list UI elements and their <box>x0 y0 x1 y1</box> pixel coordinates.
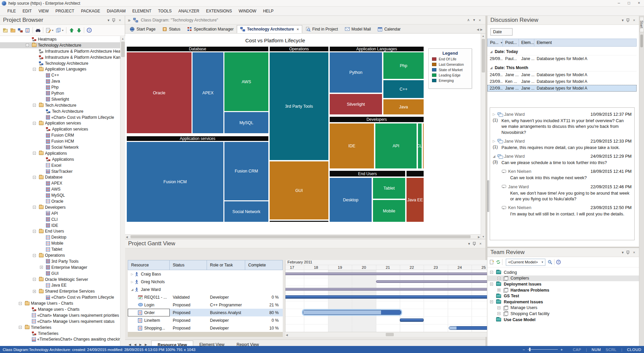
chevrons-icon[interactable]: » <box>128 17 130 23</box>
menu-edit[interactable]: EDIT <box>19 7 35 15</box>
expander-expanded-icon[interactable]: ◢ <box>130 288 135 291</box>
treemap-tile[interactable]: Desktop <box>329 178 372 222</box>
treemap-tile[interactable]: IDE <box>329 123 374 169</box>
expander-expanded-icon[interactable]: ◢ <box>490 50 492 53</box>
search-icon[interactable] <box>547 260 552 264</box>
cell-resource[interactable]: ◢Jane Ward <box>128 286 170 293</box>
discussion-message[interactable]: ▷Jane Ward21/09/2015 12:33 PM(1)Paulene,… <box>493 139 632 150</box>
tree-item[interactable]: Heatmaps <box>0 36 120 42</box>
expander-minus-icon[interactable]: − <box>33 122 39 125</box>
close-icon[interactable]: × <box>631 250 637 254</box>
zoom-in-icon[interactable]: + <box>560 348 563 352</box>
tab-model-mail[interactable]: Model Mail <box>341 25 374 33</box>
refresh-icon[interactable] <box>496 260 501 264</box>
expander-minus-icon[interactable]: − <box>490 300 496 303</box>
expander-plus-icon[interactable]: + <box>40 266 46 269</box>
project-browser-scrollbar[interactable]: ▲ ▼ <box>120 36 125 349</box>
team-tree-item[interactable]: −Coding <box>487 269 639 275</box>
discussion-group-header[interactable]: ◢Date: This Month <box>487 64 637 71</box>
tree-item[interactable]: −Technology Architecture <box>0 42 120 48</box>
tree-item[interactable]: +Shared Enterprise Services <box>0 288 120 294</box>
help-icon[interactable]: ? <box>556 260 561 264</box>
menu-diagram[interactable]: DIAGRAM <box>104 7 129 15</box>
menu-file[interactable]: FILE <box>4 7 19 15</box>
column-header-post[interactable]: Post... <box>503 39 519 47</box>
discussion-message[interactable]: ◢Jane Ward24/09/2015 12:29 PM(3)Can we p… <box>493 154 632 165</box>
tree-item[interactable]: Manage users - Charts <box>0 306 120 312</box>
column-header-po[interactable]: Po...▼ <box>487 39 503 47</box>
gantt-column-resource[interactable]: Resource <box>128 260 170 270</box>
treemap-tile[interactable]: Social Network <box>224 201 269 222</box>
expander-plus-icon[interactable]: + <box>497 306 503 309</box>
expander-collapsed-icon[interactable]: ▷ <box>493 139 497 143</box>
menu-element[interactable]: ELEMENT <box>129 7 155 15</box>
team-tree-item[interactable]: +Compilers <box>487 275 639 282</box>
panel-menu-icon[interactable]: ▾ <box>620 18 626 22</box>
tab-scroll-left-icon[interactable]: ◀ <box>477 28 480 33</box>
expander-minus-icon[interactable]: − <box>19 302 25 305</box>
tree-item[interactable]: Infrastructure & Platform Architecture H… <box>0 48 120 54</box>
treemap-tile[interactable]: MySQL <box>224 112 269 134</box>
treemap-tile[interactable]: C++ <box>383 80 424 98</box>
expander-expanded-icon[interactable]: ◢ <box>493 154 497 158</box>
tree-item[interactable]: APEX <box>0 180 120 186</box>
binoculars-button[interactable] <box>35 27 41 34</box>
expander-plus-icon[interactable]: + <box>497 277 503 280</box>
team-tree-item[interactable]: GS Test <box>487 293 639 299</box>
help-button[interactable]: ? <box>86 27 93 34</box>
tree-item[interactable]: Silverlight <box>0 96 120 102</box>
tree-item[interactable]: Desktop <box>0 234 120 240</box>
tree-item[interactable]: −Tech Architecture <box>0 102 120 108</box>
tree-item[interactable]: Mobile <box>0 240 120 246</box>
gantt-bar-task[interactable] <box>285 295 515 299</box>
treemap-tile[interactable]: 3rd Party Tools <box>269 52 329 160</box>
tree-item[interactable]: 3rd Party Tools <box>0 258 120 264</box>
pin-icon[interactable] <box>472 242 478 246</box>
new-folder-button[interactable] <box>9 27 16 34</box>
toggle-cloud[interactable]: CLOUD <box>627 348 641 352</box>
tree-item[interactable]: Java <box>0 78 120 84</box>
treemap-tile[interactable]: Fusion HCM <box>126 142 224 222</box>
diagram-canvas[interactable]: Cost vs Platform Lifecycle DatabaseOpera… <box>125 34 481 234</box>
tree-item[interactable]: Tech Architecture <box>0 108 120 114</box>
gantt-row[interactable]: LoginProposedC++ Programmer21 % <box>128 301 283 309</box>
discussion-row[interactable]: 23/09...Ken ...Jane ...Database types fo… <box>487 78 637 85</box>
gantt-bar-task[interactable] <box>400 318 424 322</box>
zoom-out-icon[interactable]: − <box>523 348 525 352</box>
new-document-icon[interactable] <box>489 260 494 264</box>
new-package-button[interactable] <box>2 27 9 34</box>
treemap-tile[interactable]: Php <box>383 52 424 79</box>
tree-item[interactable]: Application services <box>0 126 120 132</box>
panel-menu-icon[interactable]: ▾ <box>471 18 477 22</box>
pin-icon[interactable] <box>626 250 631 255</box>
chevron-down-icon[interactable]: ▾ <box>62 29 65 32</box>
discussion-message[interactable]: Jane Ward22/09/2015 12:46 PMKen, we don'… <box>501 184 632 202</box>
tree-item[interactable]: −Application Languages <box>0 66 120 72</box>
gantt-column-complete[interactable]: Complete <box>245 260 283 270</box>
tab-scroll-right-icon[interactable]: ▶ <box>480 28 485 33</box>
toggle-scrl[interactable]: SCRL <box>606 348 617 352</box>
scroll-up-icon[interactable]: ▲ <box>120 36 125 40</box>
tree-item[interactable]: GUI <box>0 270 120 276</box>
tree-item[interactable]: −Database <box>0 174 120 180</box>
tree-item[interactable]: Oracle <box>0 198 120 204</box>
expander-plus-icon[interactable]: + <box>497 312 503 315</box>
scroll-left-icon[interactable]: ◀ <box>286 334 288 337</box>
tree-item[interactable]: −Developers <box>0 204 120 210</box>
gantt-row[interactable]: OrderProposedBusiness Analyst80 % <box>128 309 283 316</box>
model-selector[interactable]: <Current Model>▼ <box>506 259 545 266</box>
tree-item[interactable]: Php <box>0 84 120 90</box>
tree-item[interactable]: CLI <box>0 216 120 222</box>
menu-tools[interactable]: TOOLS <box>155 7 175 15</box>
new-element-button[interactable] <box>24 27 31 34</box>
tree-item[interactable]: C++ <box>0 72 120 78</box>
cell-resource[interactable]: REQ011 - ... <box>128 293 170 301</box>
menu-package[interactable]: PACKAGE <box>77 7 103 15</box>
column-header-element[interactable]: Element <box>534 39 637 47</box>
treemap-tile[interactable]: Tablet <box>373 178 406 199</box>
team-tree-item[interactable]: +Hardware Problems <box>487 287 639 293</box>
expander-collapsed-icon[interactable]: ▷ <box>130 280 135 284</box>
expander-minus-icon[interactable]: − <box>33 230 39 233</box>
treemap-tile[interactable]: Java <box>383 99 424 115</box>
scroll-right-icon[interactable]: ▶ <box>478 236 480 239</box>
